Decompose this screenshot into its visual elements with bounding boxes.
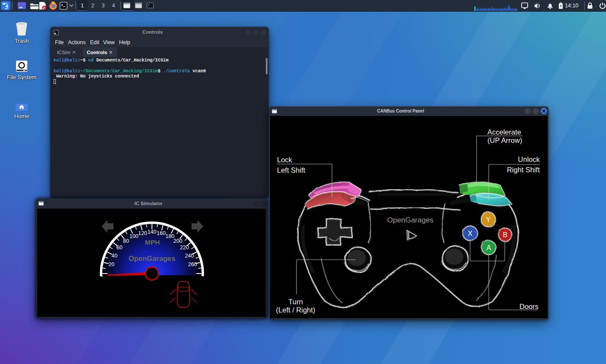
svg-text:60: 60 — [116, 245, 122, 251]
svg-text:Accelerate: Accelerate — [487, 128, 521, 136]
svg-text:120: 120 — [138, 230, 147, 236]
svg-text:80: 80 — [123, 238, 129, 244]
svg-text:100: 100 — [129, 233, 139, 239]
svg-text:(UP Arrow): (UP Arrow) — [487, 136, 522, 144]
svg-text:Y: Y — [486, 216, 491, 223]
svg-text:Right Shift: Right Shift — [507, 166, 540, 174]
svg-text:Lock: Lock — [277, 156, 293, 164]
svg-text:MPH: MPH — [145, 238, 160, 246]
svg-text:240: 240 — [185, 253, 194, 259]
svg-text:A: A — [487, 244, 491, 251]
svg-text:Left Shift: Left Shift — [277, 166, 306, 174]
svg-text:160: 160 — [157, 230, 166, 236]
svg-text:40: 40 — [112, 253, 118, 259]
svg-text:140: 140 — [148, 229, 157, 235]
svg-text:20: 20 — [109, 261, 115, 267]
svg-text:OpenGarages: OpenGarages — [129, 254, 175, 262]
svg-text:B: B — [503, 231, 508, 238]
svg-text:Unlock: Unlock — [518, 155, 540, 163]
svg-text:(Left / Right): (Left / Right) — [276, 306, 316, 314]
svg-text:Turn: Turn — [288, 298, 303, 306]
svg-text:Doors: Doors — [519, 303, 538, 310]
svg-text:220: 220 — [180, 245, 189, 251]
svg-text:OpenGarages: OpenGarages — [387, 216, 434, 224]
svg-text:260: 260 — [188, 261, 197, 267]
svg-text:X: X — [468, 230, 473, 237]
svg-text:200: 200 — [174, 238, 183, 244]
